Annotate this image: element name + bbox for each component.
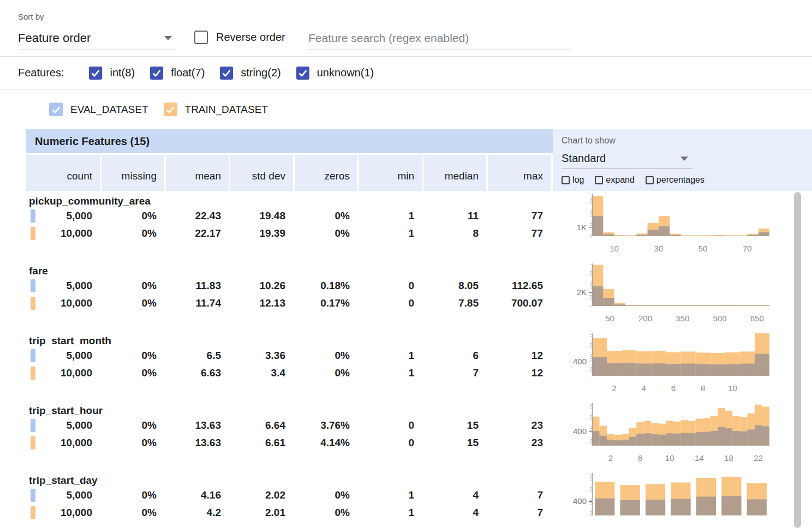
stat-median: 7 bbox=[423, 364, 486, 382]
train-dataset-checkbox[interactable] bbox=[164, 103, 177, 116]
feature-search-input[interactable] bbox=[308, 32, 571, 45]
column-header-count: count bbox=[26, 155, 100, 191]
stat-min: 1 bbox=[359, 225, 422, 242]
train-dataset-label: TRAIN_DATASET bbox=[185, 104, 268, 116]
vertical-scrollbar-thumb[interactable] bbox=[794, 192, 801, 528]
stat-min: 0 bbox=[359, 434, 422, 452]
stat-missing: 0% bbox=[101, 207, 164, 225]
check-icon bbox=[297, 67, 309, 79]
stat-min: 1 bbox=[359, 504, 422, 521]
stat-max: 23 bbox=[488, 434, 551, 452]
eval-color-swatch bbox=[31, 489, 35, 502]
column-header-max: max bbox=[488, 155, 551, 191]
stat-zeros: 0.17% bbox=[295, 295, 357, 312]
stat-mean: 6.5 bbox=[166, 347, 229, 364]
svg-text:50: 50 bbox=[698, 244, 708, 253]
filter-float-checkbox[interactable] bbox=[150, 67, 163, 80]
column-header-zeros: zeros bbox=[295, 155, 357, 191]
stat-std-dev: 6.61 bbox=[230, 434, 293, 452]
stat-zeros: 0% bbox=[295, 225, 357, 242]
stat-median: 11 bbox=[423, 207, 486, 225]
stat-missing: 0% bbox=[101, 504, 164, 521]
svg-text:500: 500 bbox=[713, 314, 726, 323]
svg-text:650: 650 bbox=[750, 314, 764, 323]
sort-by-value: Feature order bbox=[18, 31, 91, 45]
stat-missing: 0% bbox=[101, 487, 164, 504]
filter-int-checkbox[interactable] bbox=[89, 67, 102, 80]
stat-min: 1 bbox=[359, 207, 422, 225]
feature-search-field bbox=[308, 26, 571, 50]
expand-checkbox[interactable] bbox=[595, 176, 603, 184]
stat-max: 12 bbox=[488, 347, 551, 364]
svg-text:6: 6 bbox=[638, 453, 642, 463]
check-icon bbox=[50, 104, 62, 116]
svg-text:10: 10 bbox=[728, 383, 737, 393]
stat-zeros: 0% bbox=[295, 207, 357, 225]
histogram-chart: 2K50200350500650 bbox=[566, 262, 773, 327]
svg-text:14: 14 bbox=[695, 453, 704, 463]
feature-histogram: 2K50200350500650 bbox=[566, 262, 773, 327]
chevron-down-icon bbox=[680, 157, 688, 161]
svg-text:2: 2 bbox=[608, 453, 613, 463]
stat-max: 112.65 bbox=[488, 277, 551, 295]
svg-text:50: 50 bbox=[605, 314, 614, 323]
check-icon bbox=[151, 67, 163, 79]
stat-mean: 4.2 bbox=[166, 504, 229, 521]
stat-mean: 4.16 bbox=[166, 487, 229, 504]
stat-count: 5,000 bbox=[26, 277, 100, 295]
stat-count: 10,000 bbox=[26, 364, 100, 382]
percentages-label: percentages bbox=[656, 175, 704, 185]
stat-median: 4 bbox=[423, 487, 486, 504]
stat-missing: 0% bbox=[101, 364, 164, 382]
eval-color-swatch bbox=[31, 349, 35, 362]
chart-to-show-label: Chart to show bbox=[562, 136, 812, 146]
chart-type-select[interactable]: Standard bbox=[562, 152, 692, 169]
log-label: log bbox=[572, 175, 584, 185]
stat-zeros: 4.14% bbox=[295, 434, 357, 452]
stat-missing: 0% bbox=[101, 277, 164, 295]
feature-block: trip_start_month5,0000%6.53.360%161210,0… bbox=[26, 332, 812, 401]
filter-string-label: string(2) bbox=[241, 67, 280, 79]
svg-text:200: 200 bbox=[638, 314, 652, 323]
reverse-order-label: Reverse order bbox=[216, 31, 285, 44]
filter-unknown-checkbox[interactable] bbox=[296, 67, 309, 80]
svg-text:2: 2 bbox=[612, 383, 616, 393]
chevron-down-icon bbox=[164, 36, 172, 40]
column-header-median: median bbox=[423, 155, 486, 191]
feature-histogram: 1K10305070 bbox=[566, 193, 773, 257]
stat-mean: 13.63 bbox=[166, 417, 229, 434]
stat-count: 5,000 bbox=[26, 417, 100, 434]
histogram-chart: 4002610141822 bbox=[566, 402, 773, 466]
table-title: Numeric Features (15) bbox=[26, 129, 553, 153]
feature-block: trip_start_hour5,0000%13.636.643.76%0152… bbox=[26, 401, 812, 471]
stat-missing: 0% bbox=[101, 417, 164, 434]
sort-by-select[interactable]: Feature order bbox=[18, 26, 176, 50]
check-icon bbox=[164, 104, 176, 116]
eval-dataset-checkbox[interactable] bbox=[49, 103, 63, 116]
stat-max: 7 bbox=[488, 487, 551, 504]
histogram-chart: 400 bbox=[566, 472, 773, 528]
stat-zeros: 0% bbox=[295, 364, 357, 382]
reverse-order-checkbox[interactable] bbox=[194, 31, 208, 44]
stat-count: 10,000 bbox=[26, 225, 100, 242]
log-checkbox[interactable] bbox=[562, 176, 570, 184]
stat-median: 4 bbox=[423, 504, 486, 521]
svg-text:400: 400 bbox=[573, 427, 587, 436]
eval-color-swatch bbox=[31, 209, 35, 223]
dataset-legend: EVAL_DATASET TRAIN_DATASET bbox=[0, 89, 812, 129]
stat-max: 7 bbox=[488, 504, 551, 521]
svg-text:400: 400 bbox=[573, 357, 587, 366]
feature-block: fare5,0000%11.8310.260.18%08.05112.6510,… bbox=[26, 262, 812, 332]
stat-median: 6 bbox=[423, 347, 486, 364]
stat-min: 0 bbox=[359, 277, 422, 295]
filter-string-checkbox[interactable] bbox=[220, 67, 233, 80]
stat-median: 15 bbox=[423, 434, 486, 452]
stat-min: 1 bbox=[359, 347, 422, 364]
stat-zeros: 3.76% bbox=[295, 417, 357, 434]
stat-std-dev: 2.02 bbox=[230, 487, 293, 504]
stat-std-dev: 6.64 bbox=[230, 417, 293, 434]
percentages-checkbox[interactable] bbox=[646, 176, 654, 184]
svg-text:10: 10 bbox=[610, 244, 619, 253]
svg-text:400: 400 bbox=[573, 496, 587, 506]
train-series bbox=[592, 196, 769, 236]
